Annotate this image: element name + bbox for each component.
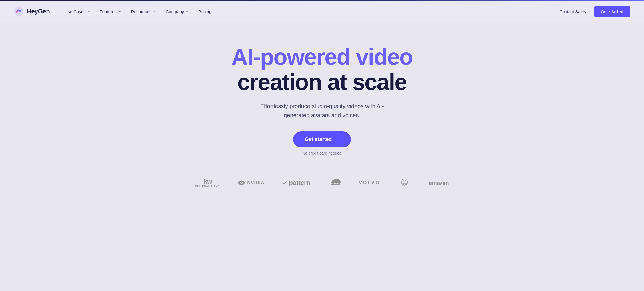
svg-text:salesforce: salesforce: [330, 182, 340, 185]
undp-logo: UNDP: [397, 178, 412, 187]
arrow-right-icon: →: [335, 137, 339, 142]
salesforce-cloud-icon: salesforce: [327, 178, 342, 187]
volvo-logo: VOLVO: [359, 180, 380, 185]
hero-section: AI-powered video creation at scale Effor…: [0, 22, 644, 213]
nvidia-eye-icon: [238, 178, 245, 187]
contact-sales-link[interactable]: Contact Sales: [556, 7, 589, 16]
nav-item-resources[interactable]: Resources: [128, 7, 160, 16]
nvidia-logo: NVIDIA: [238, 178, 264, 187]
pattern-checkmark-icon: [282, 178, 287, 187]
hero-title-line2: creation at scale: [232, 70, 413, 95]
salesforce-logo: salesforce: [327, 178, 342, 187]
svg-text:UNDP: UNDP: [402, 185, 407, 187]
chevron-down-icon: [118, 9, 122, 13]
get-started-nav-button[interactable]: Get started: [594, 6, 630, 17]
amazon-logo: amazon: [429, 179, 449, 187]
nav-left: HeyGen Use Cases Features Resources: [14, 6, 215, 17]
undp-emblem-icon: UNDP: [397, 178, 412, 187]
logo[interactable]: HeyGen: [14, 6, 50, 17]
chevron-down-icon: [185, 9, 189, 13]
chevron-down-icon: [87, 9, 91, 13]
navbar: HeyGen Use Cases Features Resources: [0, 1, 644, 22]
pattern-logo: pattern: [282, 178, 311, 187]
svg-point-2: [241, 182, 242, 183]
nav-item-pricing[interactable]: Pricing: [195, 7, 215, 16]
logos-section: kw KELLERWILLIAMS. NVIDIA pattern: [14, 173, 630, 196]
keller-williams-logo: kw KELLERWILLIAMS.: [195, 179, 221, 187]
nav-item-features[interactable]: Features: [96, 7, 125, 16]
no-credit-text: No credit card needed: [302, 151, 342, 155]
nav-links: Use Cases Features Resources Company: [61, 7, 215, 16]
get-started-hero-button[interactable]: Get started →: [293, 131, 351, 147]
logo-text: HeyGen: [27, 8, 50, 15]
nav-item-use-cases[interactable]: Use Cases: [61, 7, 94, 16]
nav-item-company[interactable]: Company: [162, 7, 192, 16]
hero-subtitle: Effortlessly produce studio-quality vide…: [253, 102, 391, 120]
hero-title-line1: AI-powered video: [232, 45, 413, 70]
logos-row: kw KELLERWILLIAMS. NVIDIA pattern: [14, 178, 630, 187]
hero-title: AI-powered video creation at scale: [232, 45, 413, 95]
chevron-down-icon: [152, 9, 156, 13]
heygen-logo-icon: [14, 6, 24, 17]
nav-right: Contact Sales Get started: [556, 6, 630, 17]
